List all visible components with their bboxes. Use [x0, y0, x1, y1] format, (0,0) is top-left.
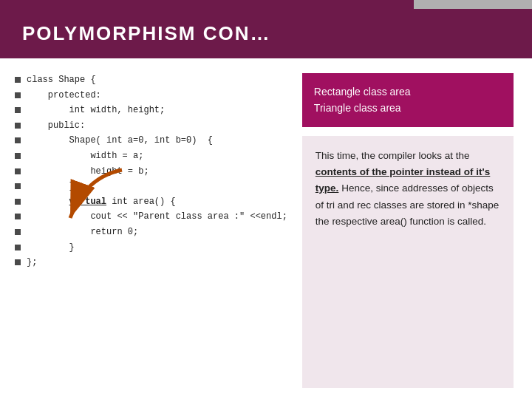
list-item: width = a;: [15, 149, 287, 163]
list-item: Shape( int a=0, int b=0) {: [15, 134, 287, 148]
bullet-icon: [15, 153, 21, 159]
content-area: class Shape { protected: int width, heig…: [0, 58, 532, 399]
desc-text-before: This time, the compiler looks at the: [316, 150, 470, 161]
list-item: };: [15, 256, 287, 270]
slide-title: POLYMORPHISM CON…: [22, 22, 510, 45]
list-item: height = b;: [15, 165, 287, 179]
output-box: Rectangle class area Triangle class area: [302, 73, 514, 127]
code-list: class Shape { protected: int width, heig…: [15, 73, 287, 270]
bullet-icon: [15, 137, 21, 143]
list-item: protected:: [15, 89, 287, 103]
bullet-icon: [15, 245, 21, 250]
right-column: Rectangle class area Triangle class area…: [302, 73, 514, 388]
list-item: virtual int area() {: [15, 195, 287, 209]
title-bar: POLYMORPHISM CON…: [0, 9, 532, 58]
output-line-1: Rectangle class area: [314, 83, 502, 100]
list-item: int width, height;: [15, 103, 287, 117]
bullet-icon: [15, 92, 21, 98]
code-col-inner: class Shape { protected: int width, heig…: [15, 73, 287, 270]
list-item: cout << "Parent class area :" <<endl;: [15, 210, 287, 224]
bullet-icon: [15, 77, 21, 83]
description-box: This time, the compiler looks at the con…: [302, 136, 514, 388]
top-decorative-bar: [0, 0, 532, 9]
bullet-icon: [15, 183, 21, 189]
list-item: class Shape {: [15, 73, 287, 87]
bullet-icon: [15, 123, 21, 129]
code-column: class Shape { protected: int width, heig…: [15, 73, 287, 388]
list-item: }: [15, 180, 287, 194]
list-item: public:: [15, 119, 287, 133]
slide: POLYMORPHISM CON… class Shape { protecte…: [0, 0, 532, 399]
list-item: return 0;: [15, 225, 287, 239]
bullet-icon: [15, 199, 21, 205]
bullet-icon: [15, 229, 21, 235]
list-item: }: [15, 241, 287, 255]
bullet-icon: [15, 214, 21, 219]
bullet-icon: [15, 107, 21, 113]
output-line-2: Triangle class area: [314, 100, 502, 116]
desc-text-after: Hence, since addresses of objects of tri…: [316, 183, 499, 227]
bullet-icon: [15, 259, 21, 265]
bullet-icon: [15, 168, 21, 174]
